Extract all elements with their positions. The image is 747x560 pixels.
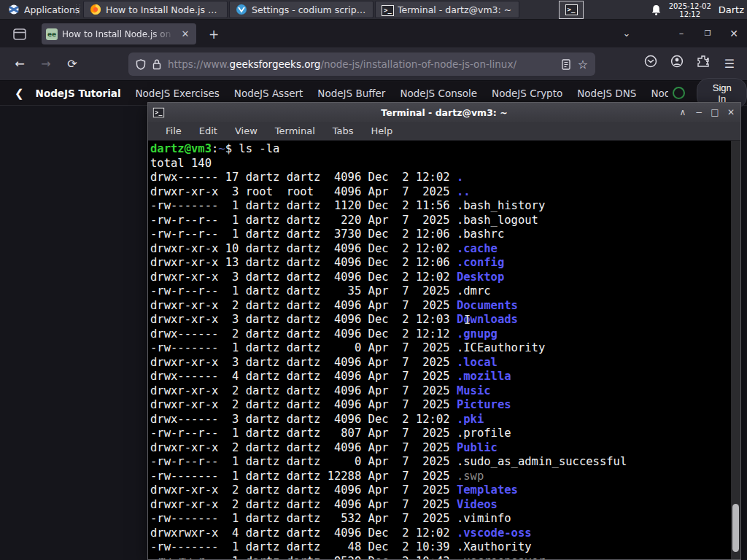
taskbar-window-button[interactable]: >_ Terminal - dartz@vm3: ~ <box>375 1 519 18</box>
terminal-menubar: FileEditViewTerminalTabsHelp <box>148 122 740 141</box>
tab-bar: ee How to Install Node.js on ✕ + ⌄ – ❐ ✕ <box>0 20 747 47</box>
applications-menu-button[interactable]: Applications <box>1 1 86 18</box>
bookmark-star-icon[interactable]: ☆ <box>578 58 588 71</box>
ls-row: drwx------ 17 dartz dartz 4096 Dec 2 12:… <box>150 171 740 185</box>
firefox-icon <box>90 4 101 15</box>
reload-button[interactable]: ⟳ <box>61 53 83 75</box>
hamburger-menu-icon[interactable]: ☰ <box>719 54 740 74</box>
ls-row: drwxr-xr-x 10 dartz dartz 4096 Dec 2 12:… <box>150 242 740 257</box>
taskbar-window-button[interactable]: How to Install Node.js o... <box>83 1 228 18</box>
ls-row: drwx------ 4 dartz dartz 4096 Apr 7 2025… <box>150 370 740 384</box>
total-line: total 140 <box>150 157 740 171</box>
url-scheme: https://www. <box>168 58 230 70</box>
ls-row: drwxr-xr-x 13 dartz dartz 4096 Dec 2 12:… <box>150 256 740 271</box>
window-close-button[interactable]: ✕ <box>724 24 744 43</box>
ls-row: drwxrwxr-x 4 dartz dartz 4096 Dec 2 12:0… <box>150 526 740 541</box>
ls-row: drwxr-xr-x 3 root root 4096 Apr 7 2025 .… <box>150 185 740 200</box>
terminal-title: Terminal - dartz@vm3: ~ <box>148 107 740 118</box>
terminal-titlebar[interactable]: >_ Terminal - dartz@vm3: ~ ∧ − □ ✕ <box>148 103 740 122</box>
url-text[interactable]: https://www.geeksforgeeks.org/node-js/in… <box>168 58 554 70</box>
subnav-link[interactable]: NodeJS Console <box>392 88 484 99</box>
terminal-rollup-button[interactable]: ∧ <box>675 107 691 117</box>
subnav-back-chevron-icon[interactable]: ❮ <box>10 87 28 100</box>
terminal-close-button[interactable]: ✕ <box>723 107 739 117</box>
tab-close-icon[interactable]: ✕ <box>179 28 192 41</box>
clock-time: 12:12 <box>669 10 711 18</box>
ls-row: drwxr-xr-x 3 dartz dartz 4096 Dec 2 12:0… <box>150 313 740 327</box>
ls-row: -rw-r--r-- 1 dartz dartz 220 Apr 7 2025 … <box>150 214 740 228</box>
pocket-icon[interactable] <box>640 54 661 74</box>
geeksforgeeks-favicon-icon: ee <box>46 28 58 40</box>
terminal-maximize-button[interactable]: □ <box>707 107 723 117</box>
ls-row: drwxr-xr-x 3 dartz dartz 4096 Apr 7 2025… <box>150 356 740 370</box>
reader-mode-icon[interactable] <box>561 59 571 70</box>
browser-tab[interactable]: ee How to Install Node.js on ✕ <box>42 23 196 44</box>
prompt-line: dartz@vm3:~$ ls -la <box>150 142 740 157</box>
window-minimize-button[interactable]: – <box>671 24 692 43</box>
account-icon[interactable] <box>667 54 687 74</box>
subnav-link[interactable]: NodeJS Tutorial <box>28 88 128 99</box>
firefox-view-icon[interactable] <box>9 26 31 43</box>
ls-row: drwxr-xr-x 2 dartz dartz 4096 Apr 7 2025… <box>150 384 740 399</box>
ls-row: drwx------ 3 dartz dartz 4096 Dec 2 12:0… <box>150 413 740 427</box>
subnav-link[interactable]: NodeJS Crypto <box>484 88 570 99</box>
url-bar[interactable]: https://www.geeksforgeeks.org/node-js/in… <box>128 52 595 76</box>
ls-row: drwxr-xr-x 2 dartz dartz 4096 Apr 7 2025… <box>150 441 740 456</box>
menu-item[interactable]: Terminal <box>266 125 324 136</box>
applications-label: Applications <box>24 4 80 15</box>
ls-row: -rw------- 1 dartz dartz 12288 Apr 7 202… <box>150 470 740 484</box>
menu-item[interactable]: Help <box>363 125 402 136</box>
subnav-link[interactable]: NodeJS Assert <box>227 88 311 99</box>
list-all-tabs-icon[interactable]: ⌄ <box>616 24 637 43</box>
ls-row: drwxr-xr-x 2 dartz dartz 4096 Apr 7 2025… <box>150 299 740 314</box>
panel-clock[interactable]: 2025-12-02 12:12 <box>669 2 711 18</box>
session-user-label[interactable]: Dartz <box>719 4 744 15</box>
panel-separator <box>76 4 80 15</box>
tab-title: How to Install Node.js on <box>62 29 174 39</box>
mouse-text-cursor: I <box>464 314 471 327</box>
menu-item[interactable]: Edit <box>190 125 226 136</box>
url-path: /node-js/installation-of-node-js-on-linu… <box>320 58 516 70</box>
clock-date: 2025-12-02 <box>669 2 711 10</box>
subnav-link[interactable]: NodeJS DNS <box>570 88 643 99</box>
subnav-link[interactable]: NodeJS Exercises <box>128 88 227 99</box>
menu-item[interactable]: Tabs <box>324 125 363 136</box>
ls-row: -rw------- 1 dartz dartz 532 Apr 7 2025 … <box>150 512 740 526</box>
notification-bell-icon[interactable] <box>651 4 662 16</box>
subnav-link-clipped[interactable]: Node <box>643 88 668 99</box>
terminal-scrollbar[interactable] <box>731 141 740 559</box>
tracking-shield-icon[interactable] <box>136 59 146 70</box>
ls-row: -rw-r--r-- 1 dartz dartz 35 Apr 7 2025 .… <box>150 284 740 299</box>
ls-row: -rw------- 1 dartz dartz 48 Dec 2 10:39 … <box>150 540 740 555</box>
terminal-minimize-button[interactable]: − <box>691 107 707 117</box>
new-tab-button[interactable]: + <box>204 26 223 43</box>
window-maximize-button[interactable]: ❐ <box>697 24 718 43</box>
subnav-link[interactable]: NodeJS Buffer <box>310 88 392 99</box>
menu-item[interactable]: File <box>157 125 190 136</box>
xfce-panel: Applications How to Install Node.js o...… <box>0 0 747 20</box>
back-button[interactable]: ← <box>9 53 31 75</box>
terminal-output[interactable]: dartz@vm3:~$ ls -latotal 140drwx------ 1… <box>148 141 740 559</box>
lock-icon[interactable] <box>152 59 161 70</box>
ls-row: -rw-rw-r-- 1 dartz dartz 9529 Dec 2 10:4… <box>150 555 740 560</box>
ls-row: drwxr-xr-x 2 dartz dartz 4096 Apr 7 2025… <box>150 398 740 413</box>
codium-icon <box>236 4 247 15</box>
search-icon[interactable] <box>673 87 685 99</box>
ls-row: drwxr-xr-x 2 dartz dartz 4096 Apr 7 2025… <box>150 498 740 513</box>
forward-button[interactable]: → <box>35 53 57 75</box>
ls-row: drwxr-xr-x 3 dartz dartz 4096 Dec 2 12:0… <box>150 271 740 285</box>
ls-row: -rw-r--r-- 1 dartz dartz 3730 Dec 2 12:0… <box>150 228 740 242</box>
extensions-icon[interactable] <box>693 54 713 74</box>
ls-row: drwx------ 2 dartz dartz 4096 Dec 2 12:1… <box>150 327 740 342</box>
terminal-window: >_ Terminal - dartz@vm3: ~ ∧ − □ ✕ FileE… <box>147 102 741 560</box>
menu-item[interactable]: View <box>226 125 266 136</box>
ls-row: -rw-r--r-- 1 dartz dartz 0 Apr 7 2025 .s… <box>150 455 740 470</box>
url-host: geeksforgeeks.org <box>230 58 321 70</box>
xfce-logo-icon <box>8 4 20 15</box>
navigation-toolbar: ← → ⟳ https://www.geeksforgeeks.org/node… <box>0 47 747 81</box>
terminal-launcher-icon[interactable]: >_ <box>559 1 584 19</box>
taskbar-window-button[interactable]: Settings - codium script... <box>229 1 374 18</box>
ls-row: drwxr-xr-x 2 dartz dartz 4096 Apr 7 2025… <box>150 483 740 498</box>
scrollbar-thumb[interactable] <box>732 504 739 552</box>
ls-row: -rw------- 1 dartz dartz 1120 Dec 2 11:5… <box>150 199 740 214</box>
